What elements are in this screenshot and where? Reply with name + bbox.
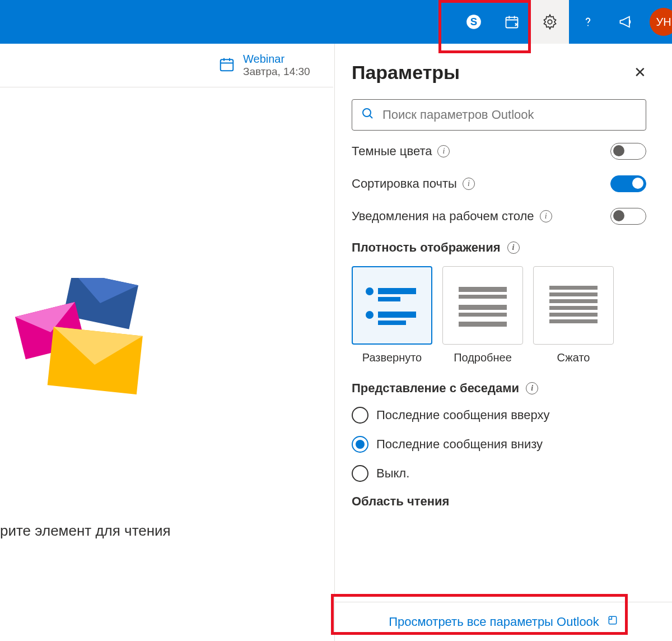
- svg-rect-15: [378, 320, 406, 325]
- radio-icon: [352, 436, 368, 453]
- conversation-section-label: Представление с беседами: [352, 381, 519, 396]
- view-all-settings-link[interactable]: Просмотреть все параметры Outlook: [335, 602, 672, 641]
- svg-rect-21: [549, 286, 598, 290]
- info-icon[interactable]: i: [526, 382, 538, 394]
- reading-pane: рите элемент для чтения: [0, 87, 333, 641]
- svg-rect-19: [459, 313, 507, 317]
- empty-state-illustration: [11, 278, 157, 396]
- svg-point-9: [363, 109, 371, 117]
- event-time: Завтра, 14:30: [243, 66, 310, 78]
- svg-rect-18: [459, 305, 507, 310]
- event-title: Webinar: [243, 53, 310, 66]
- view-all-label: Просмотреть все параметры Outlook: [389, 615, 599, 629]
- settings-panel: Параметры ✕ Темные цвета i Сортировка по…: [334, 44, 672, 641]
- info-icon[interactable]: i: [507, 241, 520, 254]
- svg-rect-14: [378, 312, 416, 318]
- svg-rect-12: [378, 297, 400, 301]
- popout-icon: [607, 615, 618, 629]
- density-label-1: Подробнее: [442, 351, 523, 364]
- reading-pane-section-label: Область чтения: [352, 494, 646, 509]
- density-label-0: Развернуто: [352, 351, 432, 364]
- svg-rect-27: [609, 616, 616, 624]
- svg-point-10: [366, 287, 374, 295]
- reading-pane-prompt: рите элемент для чтения: [0, 522, 171, 540]
- info-icon[interactable]: i: [437, 145, 450, 157]
- svg-point-3: [548, 20, 552, 24]
- settings-icon[interactable]: [531, 0, 569, 44]
- density-option-full[interactable]: [352, 266, 432, 345]
- upcoming-event-bar[interactable]: Webinar Завтра, 14:30: [0, 44, 333, 87]
- search-icon: [361, 107, 375, 123]
- svg-rect-22: [549, 292, 598, 296]
- upcoming-event-text: Webinar Завтра, 14:30: [243, 53, 310, 78]
- info-icon[interactable]: i: [540, 210, 552, 222]
- svg-rect-23: [549, 299, 598, 303]
- radio-icon: [352, 465, 368, 482]
- conversation-option-top[interactable]: Последние сообщения вверху: [352, 407, 646, 424]
- svg-rect-2: [506, 17, 518, 28]
- avatar[interactable]: УН: [650, 8, 672, 36]
- conversation-option-off[interactable]: Выкл.: [352, 465, 646, 482]
- density-label-2: Сжато: [533, 351, 614, 364]
- settings-search-input[interactable]: [382, 108, 637, 122]
- svg-rect-16: [459, 287, 507, 292]
- svg-rect-11: [378, 288, 416, 294]
- conversation-option-bottom[interactable]: Последние сообщения внизу: [352, 436, 646, 453]
- help-icon[interactable]: [569, 0, 607, 44]
- desktop-notifications-label: Уведомления на рабочем столе: [352, 209, 534, 224]
- header-bar: S УН: [0, 0, 672, 44]
- close-icon[interactable]: ✕: [634, 64, 646, 81]
- density-section-label: Плотность отображения: [352, 240, 501, 255]
- dark-mode-toggle[interactable]: [610, 143, 646, 160]
- svg-rect-5: [221, 59, 234, 71]
- focused-inbox-toggle[interactable]: [610, 175, 646, 192]
- calendar-add-icon[interactable]: [493, 0, 531, 44]
- svg-rect-20: [459, 322, 507, 327]
- calendar-icon: [218, 56, 235, 75]
- radio-icon: [352, 407, 368, 424]
- skype-icon[interactable]: S: [455, 0, 493, 44]
- svg-rect-24: [549, 306, 598, 310]
- svg-rect-25: [549, 313, 598, 317]
- svg-point-13: [366, 311, 374, 319]
- megaphone-icon[interactable]: [607, 0, 645, 44]
- density-option-medium[interactable]: [442, 266, 523, 345]
- svg-rect-26: [549, 319, 598, 323]
- svg-rect-17: [459, 295, 507, 299]
- panel-title: Параметры: [352, 62, 460, 83]
- info-icon[interactable]: i: [463, 178, 475, 190]
- svg-text:S: S: [470, 16, 477, 27]
- dark-mode-label: Темные цвета: [352, 144, 432, 159]
- settings-search[interactable]: [352, 99, 646, 131]
- svg-point-4: [587, 25, 589, 26]
- desktop-notifications-toggle[interactable]: [610, 208, 646, 225]
- density-option-compact[interactable]: [533, 266, 614, 345]
- focused-inbox-label: Сортировка почты: [352, 176, 457, 191]
